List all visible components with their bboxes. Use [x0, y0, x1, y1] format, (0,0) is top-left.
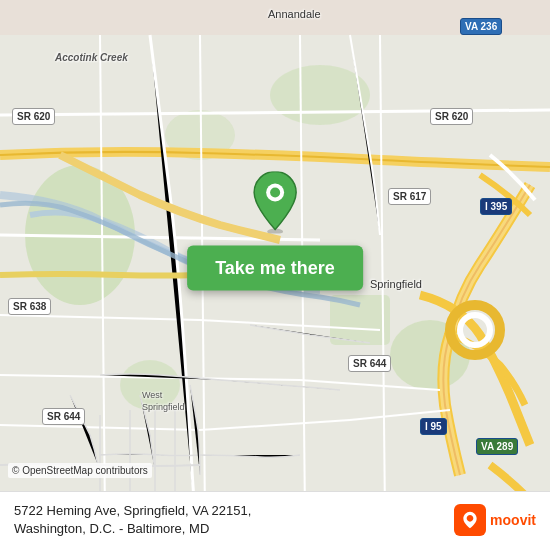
moovit-icon — [454, 504, 486, 536]
svg-point-28 — [270, 188, 280, 198]
shield-i95: I 95 — [420, 418, 447, 435]
label-annandale: Annandale — [268, 8, 321, 20]
shield-sr620-right: SR 620 — [430, 108, 473, 125]
label-springfield: Springfield — [370, 278, 422, 290]
svg-point-5 — [270, 65, 370, 125]
moovit-logo[interactable]: moovit — [454, 504, 536, 536]
shield-sr638: SR 638 — [8, 298, 51, 315]
take-me-there-container: Take me there — [187, 172, 363, 291]
shield-sr644-right: SR 644 — [348, 355, 391, 372]
shield-va236: VA 236 — [460, 18, 502, 35]
label-accotnk-creek-top: Accotink Creek — [55, 52, 128, 63]
map-container: VA 236 SR 620 SR 620 SR 617 I 395 SR 638… — [0, 0, 550, 550]
shield-sr644-left: SR 644 — [42, 408, 85, 425]
bottom-bar: 5722 Heming Ave, Springfield, VA 22151, … — [0, 491, 550, 550]
shield-sr617: SR 617 — [388, 188, 431, 205]
osm-attribution: © OpenStreetMap contributors — [8, 463, 152, 478]
shield-sr620-left: SR 620 — [12, 108, 55, 125]
location-pin — [245, 172, 305, 242]
moovit-name: moovit — [490, 512, 536, 528]
take-me-there-button[interactable]: Take me there — [187, 246, 363, 291]
shield-i395: I 395 — [480, 198, 512, 215]
label-west-springfield: WestSpringfield — [142, 390, 185, 413]
address-text: 5722 Heming Ave, Springfield, VA 22151, … — [14, 502, 454, 538]
shield-va289: VA 289 — [476, 438, 518, 455]
